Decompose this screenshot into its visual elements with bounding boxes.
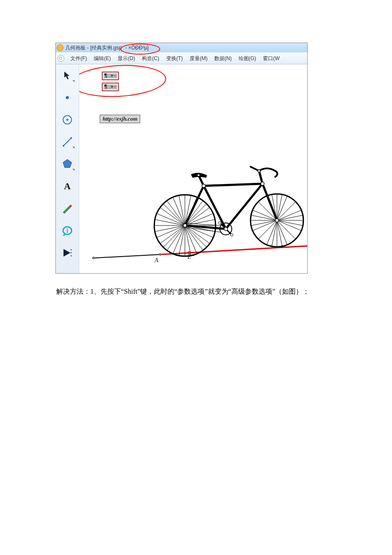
svg-point-15: [159, 253, 161, 256]
menu-measure[interactable]: 度量(M): [186, 56, 211, 61]
svg-line-4: [63, 138, 71, 146]
polygon-tool[interactable]: [59, 156, 76, 172]
svg-line-54: [226, 184, 262, 229]
menu-display[interactable]: 显示(D): [114, 56, 138, 61]
svg-line-52: [185, 186, 204, 225]
svg-point-63: [261, 182, 264, 185]
marker-tool[interactable]: [59, 201, 76, 216]
point-tool[interactable]: [59, 90, 76, 105]
bicycle-drawing: A E: [92, 141, 307, 265]
svg-point-64: [275, 219, 279, 222]
action-button-2[interactable]: ¶ »-: [102, 83, 118, 91]
workarea: A i ¶ »- ¶ »- http://exjh.com: [56, 64, 307, 273]
doc-icon: [58, 55, 64, 62]
svg-text:i: i: [66, 227, 68, 234]
red-highlight-oval-canvas: [79, 64, 167, 99]
titlebar: 几何画板 - [经典实例.gsp - ×ÔÐÐ³µ]: [56, 43, 307, 52]
solution-paragraph: 解决方法：1、先按下“Shift”键，此时的“参数选项”就变为“高级参数选项”（…: [43, 285, 349, 298]
url-box: http://exjh.com: [100, 115, 140, 123]
menu-window[interactable]: 窗口(W: [259, 56, 283, 61]
text-tool[interactable]: A: [59, 179, 76, 194]
svg-point-48: [219, 222, 221, 224]
svg-point-65: [258, 170, 260, 172]
toolbar: A i: [56, 64, 79, 273]
point-label-A: A: [155, 257, 159, 264]
custom-tool[interactable]: [59, 245, 76, 260]
menu-transform[interactable]: 变换(T): [163, 56, 186, 61]
svg-point-11: [71, 255, 72, 257]
svg-point-9: [71, 249, 72, 251]
svg-line-57: [262, 184, 277, 220]
svg-point-66: [197, 174, 200, 176]
menubar: 文件(F) 编辑(E) 显示(D) 构造(C) 变换(T) 度量(M) 数据(N…: [56, 52, 307, 64]
svg-line-55: [204, 184, 262, 186]
svg-point-62: [202, 184, 205, 188]
svg-point-10: [71, 252, 72, 254]
menu-file[interactable]: 文件(F): [67, 56, 90, 61]
circle-tool[interactable]: [59, 112, 76, 127]
svg-point-5: [63, 145, 64, 147]
svg-marker-7: [63, 159, 72, 168]
svg-line-13: [160, 245, 307, 254]
svg-line-12: [92, 254, 160, 258]
svg-point-0: [66, 96, 69, 99]
svg-point-14: [92, 257, 95, 259]
svg-line-56: [204, 186, 226, 229]
app-screenshot: 几何画板 - [经典实例.gsp - ×ÔÐÐ³µ] 文件(F) 编辑(E) 显…: [55, 43, 308, 274]
canvas[interactable]: ¶ »- ¶ »- http://exjh.com: [79, 64, 307, 273]
title-text: 几何画板 - [经典实例.gsp: [65, 45, 122, 50]
line-tool[interactable]: [59, 134, 76, 150]
document-page: 几何画板 - [经典实例.gsp - ×ÔÐÐ³µ] 文件(F) 编辑(E) 显…: [0, 0, 392, 331]
arrow-tool[interactable]: [59, 68, 76, 83]
svg-point-6: [70, 137, 72, 139]
menu-construct[interactable]: 构造(C): [138, 56, 163, 61]
menu-edit[interactable]: 编辑(E): [90, 56, 114, 61]
app-icon: [57, 44, 63, 51]
title-garbled-text: - ×ÔÐÐ³µ]: [122, 45, 152, 50]
menu-graph[interactable]: 绘图(G): [235, 56, 259, 61]
menu-data[interactable]: 数据(N): [211, 56, 235, 61]
svg-point-49: [231, 234, 233, 236]
info-tool[interactable]: i: [59, 223, 76, 238]
svg-point-61: [224, 227, 228, 231]
action-button-1[interactable]: ¶ »-: [102, 72, 118, 80]
point-label-E: E: [187, 254, 191, 260]
svg-point-60: [183, 224, 187, 227]
